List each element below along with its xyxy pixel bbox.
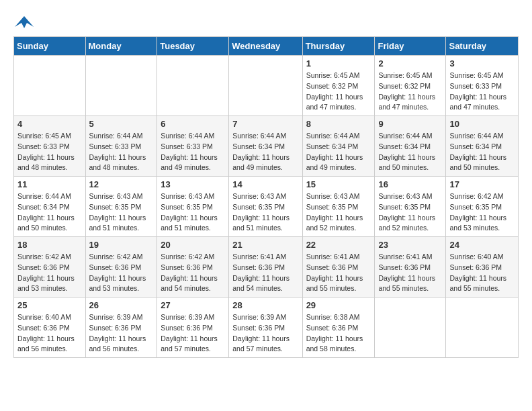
day-number: 21 (232, 240, 298, 250)
day-number: 17 (449, 179, 515, 189)
calendar-week-4: 18Sunrise: 6:42 AM Sunset: 6:36 PM Dayli… (14, 237, 519, 298)
logo-bird-icon (15, 15, 34, 30)
day-header-monday: Monday (85, 37, 157, 56)
day-number: 28 (232, 300, 298, 310)
day-info: Sunrise: 6:40 AM Sunset: 6:36 PM Dayligh… (449, 252, 515, 294)
day-number: 7 (232, 119, 298, 129)
day-info: Sunrise: 6:40 AM Sunset: 6:36 PM Dayligh… (17, 312, 82, 355)
calendar-cell: 17Sunrise: 6:42 AM Sunset: 6:35 PM Dayli… (446, 177, 519, 237)
day-number: 18 (17, 240, 82, 250)
day-number: 12 (89, 179, 154, 189)
day-number: 13 (161, 179, 225, 189)
day-info: Sunrise: 6:44 AM Sunset: 6:34 PM Dayligh… (378, 131, 442, 173)
day-number: 22 (306, 240, 371, 250)
calendar-cell: 21Sunrise: 6:41 AM Sunset: 6:36 PM Dayli… (229, 237, 302, 298)
day-info: Sunrise: 6:45 AM Sunset: 6:32 PM Dayligh… (306, 71, 371, 113)
day-number: 24 (449, 240, 515, 250)
calendar-cell: 24Sunrise: 6:40 AM Sunset: 6:36 PM Dayli… (446, 237, 519, 298)
day-number: 20 (161, 240, 225, 250)
calendar-cell: 20Sunrise: 6:42 AM Sunset: 6:36 PM Dayli… (157, 237, 229, 298)
day-number: 23 (378, 240, 442, 250)
calendar-cell: 4Sunrise: 6:45 AM Sunset: 6:33 PM Daylig… (14, 116, 86, 177)
calendar-cell: 13Sunrise: 6:43 AM Sunset: 6:35 PM Dayli… (157, 177, 229, 237)
day-info: Sunrise: 6:43 AM Sunset: 6:35 PM Dayligh… (89, 191, 154, 234)
calendar-week-1: 1Sunrise: 6:45 AM Sunset: 6:32 PM Daylig… (14, 56, 519, 116)
calendar-table: SundayMondayTuesdayWednesdayThursdayFrid… (13, 36, 519, 358)
calendar-cell: 8Sunrise: 6:44 AM Sunset: 6:34 PM Daylig… (302, 116, 375, 177)
day-info: Sunrise: 6:41 AM Sunset: 6:36 PM Dayligh… (306, 252, 371, 294)
day-info: Sunrise: 6:45 AM Sunset: 6:33 PM Dayligh… (17, 131, 82, 173)
calendar-cell: 22Sunrise: 6:41 AM Sunset: 6:36 PM Dayli… (302, 237, 375, 298)
calendar-cell (157, 56, 229, 116)
day-number: 25 (17, 300, 82, 310)
day-header-tuesday: Tuesday (157, 37, 229, 56)
day-number: 4 (17, 119, 82, 129)
day-info: Sunrise: 6:44 AM Sunset: 6:34 PM Dayligh… (306, 131, 371, 173)
calendar-cell: 15Sunrise: 6:43 AM Sunset: 6:35 PM Dayli… (302, 177, 375, 237)
calendar-cell: 26Sunrise: 6:39 AM Sunset: 6:36 PM Dayli… (85, 298, 157, 358)
day-info: Sunrise: 6:44 AM Sunset: 6:34 PM Dayligh… (17, 191, 82, 234)
day-header-wednesday: Wednesday (229, 37, 302, 56)
day-info: Sunrise: 6:44 AM Sunset: 6:33 PM Dayligh… (89, 131, 154, 173)
day-info: Sunrise: 6:41 AM Sunset: 6:36 PM Dayligh… (378, 252, 442, 294)
calendar-cell: 7Sunrise: 6:44 AM Sunset: 6:34 PM Daylig… (229, 116, 302, 177)
calendar-cell: 27Sunrise: 6:39 AM Sunset: 6:36 PM Dayli… (157, 298, 229, 358)
calendar-cell: 12Sunrise: 6:43 AM Sunset: 6:35 PM Dayli… (85, 177, 157, 237)
calendar-cell: 1Sunrise: 6:45 AM Sunset: 6:32 PM Daylig… (302, 56, 375, 116)
day-number: 10 (449, 119, 515, 129)
day-info: Sunrise: 6:42 AM Sunset: 6:36 PM Dayligh… (161, 252, 225, 294)
day-info: Sunrise: 6:39 AM Sunset: 6:36 PM Dayligh… (89, 312, 154, 355)
calendar-cell: 29Sunrise: 6:38 AM Sunset: 6:36 PM Dayli… (302, 298, 375, 358)
day-info: Sunrise: 6:38 AM Sunset: 6:36 PM Dayligh… (306, 312, 371, 355)
calendar-cell: 23Sunrise: 6:41 AM Sunset: 6:36 PM Dayli… (375, 237, 446, 298)
day-number: 3 (449, 58, 515, 68)
day-number: 2 (378, 58, 442, 68)
day-header-saturday: Saturday (446, 37, 519, 56)
logo (13, 13, 36, 30)
calendar-cell: 3Sunrise: 6:45 AM Sunset: 6:33 PM Daylig… (446, 56, 519, 116)
calendar-cell: 25Sunrise: 6:40 AM Sunset: 6:36 PM Dayli… (14, 298, 86, 358)
day-number: 6 (161, 119, 225, 129)
day-number: 9 (378, 119, 442, 129)
day-number: 27 (161, 300, 225, 310)
day-info: Sunrise: 6:39 AM Sunset: 6:36 PM Dayligh… (161, 312, 225, 355)
calendar-cell: 28Sunrise: 6:39 AM Sunset: 6:36 PM Dayli… (229, 298, 302, 358)
day-number: 5 (89, 119, 154, 129)
day-info: Sunrise: 6:45 AM Sunset: 6:32 PM Dayligh… (378, 71, 442, 113)
calendar-week-2: 4Sunrise: 6:45 AM Sunset: 6:33 PM Daylig… (14, 116, 519, 177)
calendar-cell (229, 56, 302, 116)
calendar-cell: 18Sunrise: 6:42 AM Sunset: 6:36 PM Dayli… (14, 237, 86, 298)
calendar-cell (375, 298, 446, 358)
day-number: 15 (306, 179, 371, 189)
day-info: Sunrise: 6:41 AM Sunset: 6:36 PM Dayligh… (232, 252, 298, 294)
calendar-cell: 19Sunrise: 6:42 AM Sunset: 6:36 PM Dayli… (85, 237, 157, 298)
calendar-body: 1Sunrise: 6:45 AM Sunset: 6:32 PM Daylig… (14, 56, 519, 358)
calendar-week-5: 25Sunrise: 6:40 AM Sunset: 6:36 PM Dayli… (14, 298, 519, 358)
calendar-cell: 16Sunrise: 6:43 AM Sunset: 6:35 PM Dayli… (375, 177, 446, 237)
day-header-friday: Friday (375, 37, 446, 56)
calendar-cell: 10Sunrise: 6:44 AM Sunset: 6:34 PM Dayli… (446, 116, 519, 177)
calendar-cell (14, 56, 86, 116)
day-number: 8 (306, 119, 371, 129)
day-header-sunday: Sunday (14, 37, 86, 56)
day-number: 19 (89, 240, 154, 250)
day-header-thursday: Thursday (302, 37, 375, 56)
calendar-cell (85, 56, 157, 116)
calendar-cell: 5Sunrise: 6:44 AM Sunset: 6:33 PM Daylig… (85, 116, 157, 177)
day-number: 1 (306, 58, 371, 68)
day-info: Sunrise: 6:44 AM Sunset: 6:33 PM Dayligh… (161, 131, 225, 173)
day-info: Sunrise: 6:43 AM Sunset: 6:35 PM Dayligh… (306, 191, 371, 234)
calendar-header-row: SundayMondayTuesdayWednesdayThursdayFrid… (14, 37, 519, 56)
calendar-cell: 6Sunrise: 6:44 AM Sunset: 6:33 PM Daylig… (157, 116, 229, 177)
day-info: Sunrise: 6:43 AM Sunset: 6:35 PM Dayligh… (232, 191, 298, 234)
day-number: 16 (378, 179, 442, 189)
svg-marker-0 (15, 16, 34, 28)
day-info: Sunrise: 6:42 AM Sunset: 6:35 PM Dayligh… (449, 191, 515, 234)
day-number: 29 (306, 300, 371, 310)
day-number: 11 (17, 179, 82, 189)
day-number: 26 (89, 300, 154, 310)
day-info: Sunrise: 6:42 AM Sunset: 6:36 PM Dayligh… (89, 252, 154, 294)
calendar-cell: 9Sunrise: 6:44 AM Sunset: 6:34 PM Daylig… (375, 116, 446, 177)
day-info: Sunrise: 6:42 AM Sunset: 6:36 PM Dayligh… (17, 252, 82, 294)
day-info: Sunrise: 6:44 AM Sunset: 6:34 PM Dayligh… (449, 131, 515, 173)
